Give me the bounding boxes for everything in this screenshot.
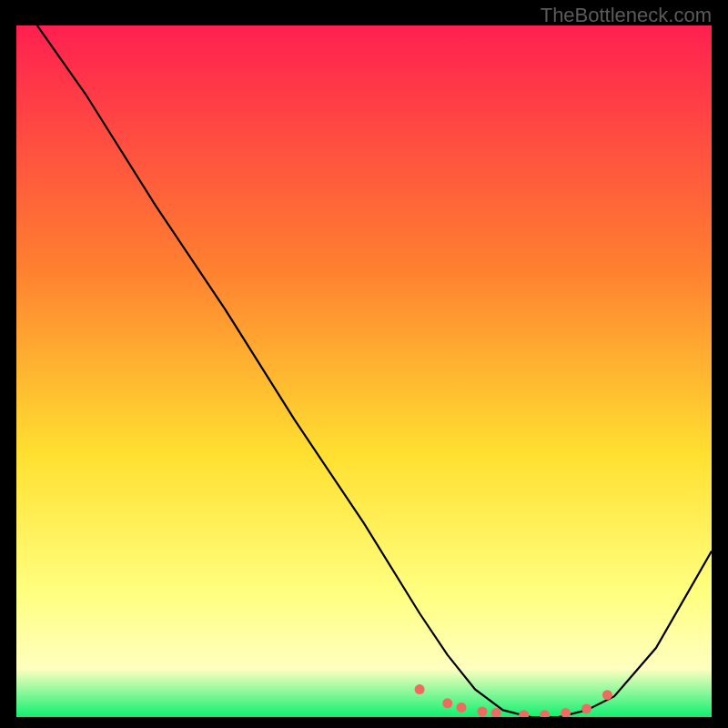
bottleneck-chart <box>16 25 712 717</box>
marker-point <box>602 690 612 700</box>
gradient-background <box>16 25 712 717</box>
chart-frame <box>16 25 712 717</box>
marker-point <box>477 706 487 716</box>
marker-point <box>415 684 425 694</box>
watermark: TheBottleneck.com <box>541 4 712 27</box>
marker-point <box>457 703 467 713</box>
marker-point <box>442 698 452 708</box>
marker-point <box>581 703 592 713</box>
